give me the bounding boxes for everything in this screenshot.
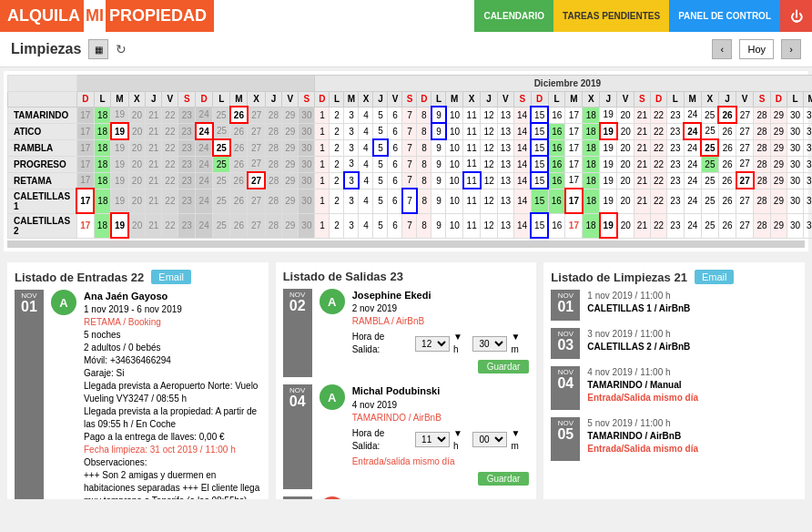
calendar-cell[interactable]: 8 bbox=[417, 139, 431, 156]
calendar-cell[interactable]: 24 bbox=[684, 172, 701, 189]
calendar-cell[interactable]: 30 bbox=[299, 213, 315, 238]
calendar-cell[interactable]: 3 bbox=[344, 156, 359, 172]
today-button[interactable]: Hoy bbox=[739, 39, 774, 59]
calendar-cell[interactable]: 28 bbox=[754, 139, 771, 156]
calendar-cell[interactable]: 17 bbox=[76, 189, 94, 213]
calendar-cell[interactable]: 26 bbox=[718, 156, 736, 172]
calendar-cell[interactable]: 27 bbox=[248, 123, 265, 139]
calendar-cell[interactable]: 3 bbox=[344, 123, 359, 139]
calendar-cell[interactable]: 24 bbox=[684, 156, 701, 172]
calendar-cell[interactable]: 20 bbox=[617, 189, 634, 213]
calendar-cell[interactable]: 6 bbox=[388, 213, 402, 238]
calendar-cell[interactable]: 5 bbox=[373, 139, 388, 156]
calendar-cell[interactable]: 17 bbox=[565, 123, 583, 139]
calendar-cell[interactable]: 29 bbox=[770, 123, 787, 139]
calendar-cell[interactable]: 20 bbox=[128, 213, 146, 238]
calendar-cell[interactable]: 26 bbox=[230, 189, 248, 213]
calendar-cell[interactable]: 8 bbox=[417, 107, 431, 123]
calendar-cell[interactable]: 27 bbox=[736, 213, 754, 238]
calendar-cell[interactable]: 14 bbox=[513, 189, 531, 213]
calendar-cell[interactable]: 23 bbox=[178, 139, 196, 156]
calendar-cell[interactable]: 31 bbox=[804, 156, 812, 172]
calendar-cell[interactable]: 30 bbox=[299, 156, 315, 172]
calendar-cell[interactable]: 28 bbox=[265, 156, 282, 172]
calendar-cell[interactable]: 11 bbox=[463, 107, 481, 123]
calendar-cell[interactable]: 28 bbox=[265, 189, 282, 213]
calendar-cell[interactable]: 1 bbox=[315, 213, 330, 238]
calendar-cell[interactable]: 16 bbox=[548, 139, 565, 156]
calendar-cell[interactable]: 11 bbox=[463, 139, 481, 156]
calendar-cell[interactable]: 26 bbox=[230, 123, 248, 139]
calendar-cell[interactable]: 24 bbox=[196, 123, 213, 139]
calendar-cell[interactable]: 18 bbox=[94, 189, 111, 213]
calendar-cell[interactable]: 21 bbox=[634, 107, 650, 123]
calendar-cell[interactable]: 10 bbox=[446, 139, 463, 156]
calendar-cell[interactable]: 18 bbox=[94, 213, 111, 238]
calendar-cell[interactable]: 21 bbox=[634, 123, 650, 139]
calendar-cell[interactable]: 19 bbox=[111, 213, 128, 238]
calendar-cell[interactable]: 28 bbox=[754, 213, 771, 238]
calendar-cell[interactable]: 17 bbox=[565, 156, 583, 172]
calendar-cell[interactable]: 24 bbox=[684, 139, 701, 156]
calendar-cell[interactable]: 3 bbox=[344, 213, 359, 238]
calendar-cell[interactable]: 20 bbox=[617, 156, 634, 172]
calendar-cell[interactable]: 30 bbox=[787, 156, 803, 172]
calendar-cell[interactable]: 27 bbox=[248, 107, 265, 123]
calendar-cell[interactable]: 4 bbox=[359, 123, 373, 139]
calendar-cell[interactable]: 5 bbox=[373, 107, 388, 123]
calendar-cell[interactable]: 15 bbox=[531, 172, 548, 189]
calendar-cell[interactable]: 7 bbox=[402, 156, 417, 172]
calendar-cell[interactable]: 27 bbox=[248, 156, 265, 172]
calendar-cell[interactable]: 22 bbox=[650, 139, 666, 156]
calendar-cell[interactable]: 5 bbox=[373, 172, 388, 189]
calendar-cell[interactable]: 18 bbox=[583, 107, 600, 123]
calendar-cell[interactable]: 18 bbox=[94, 139, 111, 156]
calendar-cell[interactable]: 11 bbox=[463, 172, 481, 189]
calendar-cell[interactable]: 22 bbox=[650, 123, 666, 139]
calendar-cell[interactable]: 7 bbox=[402, 189, 417, 213]
calendar-cell[interactable]: 28 bbox=[265, 107, 282, 123]
calendar-cell[interactable]: 17 bbox=[76, 107, 94, 123]
calendar-cell[interactable]: 26 bbox=[230, 213, 248, 238]
calendar-cell[interactable]: 23 bbox=[667, 213, 685, 238]
calendar-cell[interactable]: 20 bbox=[128, 156, 146, 172]
calendar-cell[interactable]: 19 bbox=[600, 172, 617, 189]
calendar-cell[interactable]: 3 bbox=[344, 189, 359, 213]
calendar-cell[interactable]: 25 bbox=[213, 189, 230, 213]
calendar-cell[interactable]: 29 bbox=[282, 156, 299, 172]
calendar-cell[interactable]: 29 bbox=[282, 123, 299, 139]
calendar-cell[interactable]: 15 bbox=[531, 213, 548, 238]
calendar-cell[interactable]: 1 bbox=[315, 107, 330, 123]
calendar-cell[interactable]: 8 bbox=[417, 213, 431, 238]
calendar-cell[interactable]: 30 bbox=[299, 139, 315, 156]
calendar-cell[interactable]: 27 bbox=[736, 172, 754, 189]
calendar-cell[interactable]: 9 bbox=[431, 213, 446, 238]
calendar-cell[interactable]: 18 bbox=[94, 172, 111, 189]
calendar-cell[interactable]: 9 bbox=[431, 107, 446, 123]
calendar-cell[interactable]: 25 bbox=[701, 172, 718, 189]
calendar-cell[interactable]: 29 bbox=[770, 107, 787, 123]
calendar-cell[interactable]: 29 bbox=[770, 172, 787, 189]
calendar-cell[interactable]: 21 bbox=[146, 107, 162, 123]
calendar-cell[interactable]: 8 bbox=[417, 123, 431, 139]
calendar-cell[interactable]: 23 bbox=[667, 172, 685, 189]
calendar-cell[interactable]: 5 bbox=[373, 123, 388, 139]
calendar-cell[interactable]: 14 bbox=[513, 123, 531, 139]
calendar-cell[interactable]: 17 bbox=[76, 123, 94, 139]
calendar-cell[interactable]: 26 bbox=[718, 107, 736, 123]
calendar-cell[interactable]: 11 bbox=[463, 156, 481, 172]
guardar-button[interactable]: Guardar bbox=[478, 472, 530, 486]
calendar-cell[interactable]: 20 bbox=[617, 172, 634, 189]
calendar-cell[interactable]: 20 bbox=[128, 172, 146, 189]
calendar-cell[interactable]: 4 bbox=[359, 172, 373, 189]
calendar-cell[interactable]: 19 bbox=[600, 156, 617, 172]
calendar-cell[interactable]: 15 bbox=[531, 189, 548, 213]
calendar-cell[interactable]: 17 bbox=[565, 139, 583, 156]
calendar-cell[interactable]: 2 bbox=[330, 107, 344, 123]
calendar-cell[interactable]: 1 bbox=[315, 189, 330, 213]
calendar-cell[interactable]: 20 bbox=[617, 213, 634, 238]
calendar-cell[interactable]: 25 bbox=[213, 156, 230, 172]
calendar-cell[interactable]: 20 bbox=[128, 139, 146, 156]
calendar-cell[interactable]: 17 bbox=[565, 189, 583, 213]
calendar-cell[interactable]: 4 bbox=[359, 107, 373, 123]
